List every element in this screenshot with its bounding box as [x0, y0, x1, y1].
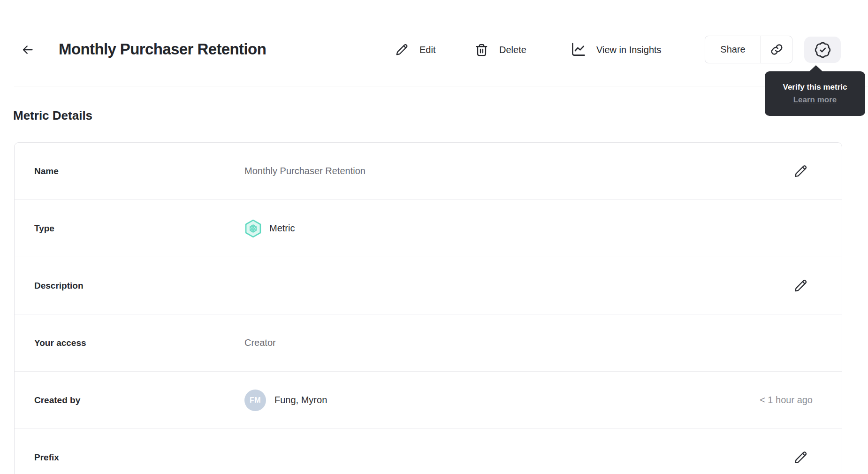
delete-label: Delete: [499, 45, 526, 55]
verified-badge-icon: [814, 41, 831, 59]
copy-link-button[interactable]: [761, 36, 792, 63]
avatar: FM: [244, 390, 266, 411]
edit-prefix-button[interactable]: [789, 446, 812, 469]
edit-button[interactable]: Edit: [394, 39, 435, 60]
share-button[interactable]: Share: [705, 36, 761, 63]
pencil-icon: [792, 163, 808, 179]
table-row-description: Description: [15, 257, 842, 314]
pencil-icon: [792, 278, 808, 294]
view-in-insights-label: View in Insights: [596, 45, 662, 55]
edit-name-button[interactable]: [789, 160, 812, 183]
created-by-value: Fung, Myron: [274, 395, 327, 405]
view-in-insights-button[interactable]: View in Insights: [569, 39, 662, 60]
page-title: Monthly Purchaser Retention: [59, 40, 266, 58]
row-label: Prefix: [34, 452, 59, 463]
verify-metric-button[interactable]: [804, 37, 841, 63]
table-row-type: Type Metric: [15, 200, 842, 257]
verify-tooltip: Verify this metric Learn more: [765, 71, 865, 116]
back-button[interactable]: [20, 42, 36, 58]
link-icon: [769, 42, 784, 57]
table-row-name: Name Monthly Purchaser Retention: [15, 143, 842, 200]
metric-hexagon-icon: [244, 219, 262, 238]
tooltip-caret: [809, 65, 823, 72]
metric-name-value: Monthly Purchaser Retention: [244, 166, 365, 176]
edit-label: Edit: [419, 45, 435, 55]
edit-description-button[interactable]: [789, 275, 812, 297]
header-divider: [14, 86, 868, 86]
table-row-access: Your access Creator: [15, 314, 842, 372]
row-label: Created by: [34, 395, 80, 405]
learn-more-link[interactable]: Learn more: [793, 95, 837, 105]
metric-type-value: Metric: [269, 223, 295, 234]
tooltip-title: Verify this metric: [783, 83, 847, 92]
delete-button[interactable]: Delete: [474, 39, 526, 60]
row-label: Type: [34, 223, 54, 234]
metric-details-page: Monthly Purchaser Retention Edit Delete …: [0, 0, 868, 474]
line-chart-icon: [569, 40, 588, 59]
section-title: Metric Details: [13, 108, 92, 123]
table-row-prefix: Prefix: [15, 429, 842, 474]
metric-details-card: Name Monthly Purchaser Retention Type Me…: [14, 142, 842, 474]
pencil-icon: [394, 42, 409, 57]
share-button-group: Share: [705, 36, 792, 63]
row-label: Name: [34, 166, 59, 176]
pencil-icon: [792, 450, 808, 466]
trash-icon: [474, 42, 489, 58]
row-label: Description: [34, 281, 84, 291]
row-label: Your access: [34, 338, 86, 348]
created-timestamp: < 1 hour ago: [760, 395, 813, 405]
share-label: Share: [720, 44, 745, 55]
table-row-created-by: Created by FM Fung, Myron < 1 hour ago: [15, 372, 842, 429]
back-arrow-icon: [21, 43, 35, 57]
access-value: Creator: [244, 337, 276, 348]
